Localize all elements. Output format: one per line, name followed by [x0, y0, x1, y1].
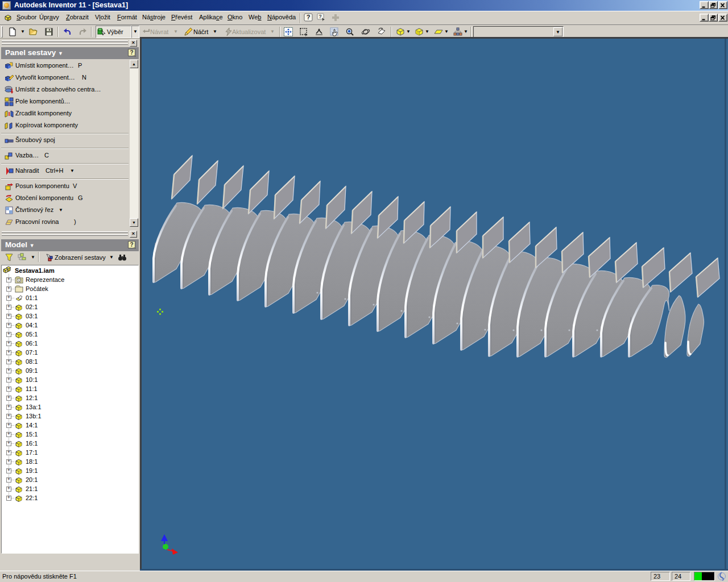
svg-text:?: ? — [130, 242, 133, 248]
svg-text:?: ? — [130, 49, 133, 56]
svg-text:?: ? — [307, 14, 311, 20]
svg-text:?: ? — [318, 14, 322, 19]
